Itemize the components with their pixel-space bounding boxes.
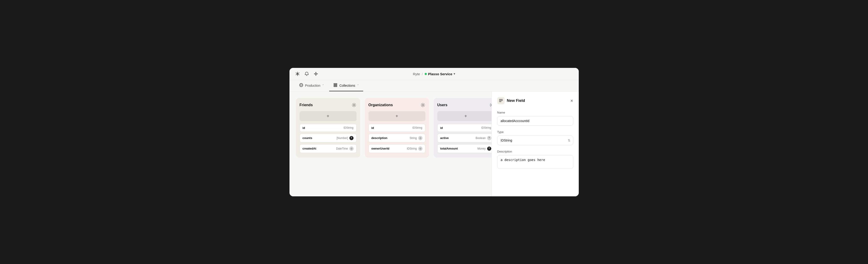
friends-field-createdat-name: createdAt (303, 147, 316, 150)
svg-point-10 (422, 104, 424, 106)
service-name: Plasso Service (428, 72, 453, 76)
organizations-field-owneruserid-type: IDString (407, 147, 417, 150)
users-field-active-type: Boolean (475, 136, 486, 140)
users-card-header: Users (437, 102, 492, 107)
breadcrumb: Ryte / Plasso Service ▾ (413, 72, 455, 76)
panel-header: New Field × (497, 97, 573, 104)
svg-rect-6 (334, 84, 337, 84)
friends-add-button[interactable]: + (300, 111, 356, 121)
organizations-add-button[interactable]: + (368, 111, 425, 121)
svg-rect-7 (334, 85, 337, 85)
users-gear-icon[interactable] (489, 102, 492, 107)
asterisk-icon[interactable] (295, 71, 300, 76)
form-name-group: Name (497, 111, 573, 126)
form-type-group: Type IDString String Number Boolean Date… (497, 130, 573, 145)
collection-card-friends: Friends + id IDString counts (296, 98, 360, 158)
users-add-icon: + (464, 113, 467, 119)
organizations-field-description-icon: ◇ (418, 136, 423, 140)
name-input[interactable] (497, 116, 573, 126)
organizations-field-id-right: IDString (412, 126, 422, 129)
friends-add-icon: + (327, 113, 330, 119)
panel-title: New Field (507, 98, 525, 103)
friends-field-counts-right: [Number] ? (337, 136, 353, 140)
service-chevron-icon: ▾ (454, 72, 455, 75)
panel-title-icon (497, 97, 505, 104)
svg-point-9 (353, 104, 355, 106)
organizations-field-owneruserid[interactable]: ownerUserId IDString ◇ (368, 144, 425, 153)
users-field-totalamount-type: Money (477, 147, 486, 150)
friends-card-header: Friends (300, 102, 356, 107)
collection-card-organizations: Organizations + id IDString descri (365, 98, 429, 158)
bell-icon[interactable] (304, 71, 309, 76)
type-label: Type (497, 130, 573, 134)
tab-production[interactable]: Production ⌃ (295, 80, 329, 91)
users-field-totalamount-name: totalAmount (440, 147, 458, 150)
organizations-field-id-type: IDString (412, 126, 422, 129)
main-layout: Friends + id IDString counts (289, 92, 579, 196)
organizations-field-owneruserid-name: ownerUserId (371, 147, 390, 150)
organizations-field-description[interactable]: description String ◇ (368, 134, 425, 142)
svg-rect-8 (334, 86, 337, 87)
app-container: Ryte / Plasso Service ▾ Production ⌃ (289, 68, 579, 196)
production-chevron-icon: ⌃ (322, 84, 324, 87)
friends-card-title: Friends (300, 103, 313, 107)
users-field-totalamount[interactable]: totalAmount Money ? (437, 144, 492, 153)
service-dot (425, 73, 427, 75)
close-button[interactable]: × (570, 98, 573, 103)
friends-field-createdat[interactable]: createdAt DateTime ◇ (300, 144, 356, 153)
users-field-id-name: id (440, 126, 443, 130)
users-field-id-type: IDString (481, 126, 491, 129)
friends-field-counts[interactable]: counts [Number] ? (300, 134, 356, 142)
friends-field-id-right: IDString (343, 126, 353, 129)
tab-production-label: Production (305, 84, 320, 88)
users-field-active[interactable]: active Boolean ? (437, 134, 492, 142)
organizations-field-owneruserid-right: IDString ◇ (407, 146, 422, 151)
service-badge[interactable]: Plasso Service ▾ (425, 72, 455, 76)
collections-area: Friends + id IDString counts (289, 92, 492, 196)
type-select[interactable]: IDString String Number Boolean DateTime … (497, 136, 573, 145)
users-field-id-right: IDString (481, 126, 491, 129)
collection-card-users: Users + id IDString active (434, 98, 492, 158)
svg-rect-14 (499, 101, 501, 102)
users-field-totalamount-right: Money ? (477, 146, 491, 151)
tab-collections[interactable]: Collections ⌃ (329, 80, 363, 91)
right-panel: New Field × Name Type IDString String Nu… (492, 92, 579, 196)
description-label: Description (497, 150, 573, 153)
friends-gear-icon[interactable] (351, 102, 356, 107)
organizations-card-title: Organizations (368, 103, 393, 107)
friends-field-counts-icon: ? (349, 136, 353, 140)
friends-field-id-name: id (303, 126, 305, 130)
organizations-field-id[interactable]: id IDString (368, 124, 425, 132)
breadcrumb-ryte: Ryte (413, 72, 420, 76)
friends-field-id[interactable]: id IDString (300, 124, 356, 132)
friends-field-createdat-type: DateTime (336, 147, 348, 150)
users-add-button[interactable]: + (437, 111, 492, 121)
svg-rect-12 (499, 99, 503, 100)
svg-rect-13 (499, 100, 503, 101)
friends-field-createdat-icon: ◇ (349, 146, 353, 151)
name-label: Name (497, 111, 573, 114)
organizations-card-header: Organizations (368, 102, 425, 107)
type-select-wrapper: IDString String Number Boolean DateTime … (497, 136, 573, 145)
organizations-gear-icon[interactable] (420, 102, 425, 107)
users-field-active-name: active (440, 136, 449, 140)
top-bar: Ryte / Plasso Service ▾ (289, 68, 579, 80)
description-input[interactable]: a description goes here (497, 155, 573, 169)
users-field-id[interactable]: id IDString (437, 124, 492, 132)
organizations-field-description-type: String (409, 136, 417, 140)
users-field-active-right: Boolean ? (475, 136, 491, 140)
users-field-active-icon: ? (487, 136, 491, 140)
breadcrumb-separator: / (422, 72, 423, 76)
organizations-field-description-name: description (371, 136, 388, 140)
production-tab-icon (299, 83, 303, 88)
nav-tabs: Production ⌃ Collections ⌃ (289, 80, 579, 92)
friends-field-id-type: IDString (343, 126, 353, 129)
sparkle-icon[interactable] (313, 71, 318, 76)
organizations-field-id-name: id (371, 126, 374, 130)
collections-tab-icon (333, 83, 338, 88)
users-field-totalamount-icon: ? (487, 146, 491, 151)
friends-field-createdat-right: DateTime ◇ (336, 146, 353, 151)
collections-chevron-icon: ⌃ (357, 84, 359, 87)
panel-title-group: New Field (497, 97, 525, 104)
friends-field-counts-type: [Number] (337, 136, 348, 140)
